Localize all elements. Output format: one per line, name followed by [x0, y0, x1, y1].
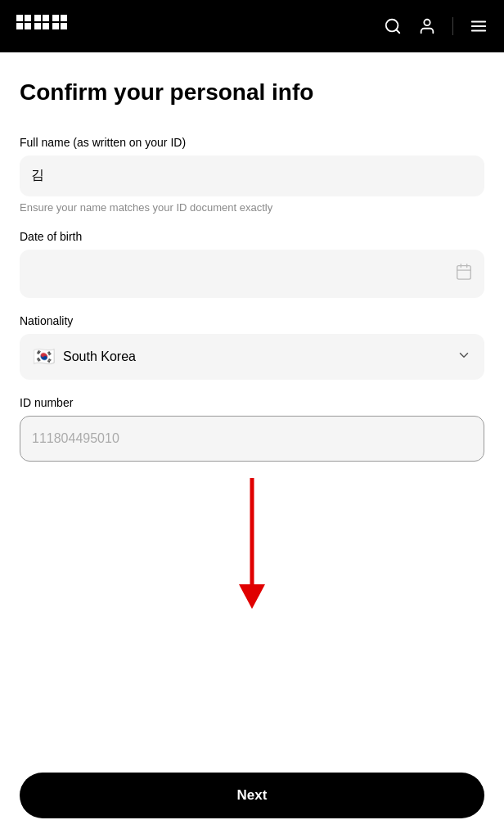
navbar — [0, 0, 504, 52]
nationality-group: Nationality 🇰🇷 South Korea — [20, 314, 484, 380]
next-button[interactable]: Next — [20, 773, 484, 818]
svg-rect-10 — [61, 15, 67, 21]
menu-icon[interactable] — [470, 17, 488, 35]
nationality-dropdown[interactable]: 🇰🇷 South Korea — [20, 334, 484, 380]
search-icon[interactable] — [384, 17, 402, 35]
id-number-group: ID number — [20, 396, 484, 462]
okx-logo-svg — [16, 15, 75, 38]
id-number-input[interactable] — [20, 416, 484, 462]
svg-rect-9 — [61, 23, 67, 29]
svg-rect-8 — [52, 15, 59, 21]
id-number-label: ID number — [20, 396, 484, 409]
full-name-label: Full name (as written on your ID) — [20, 136, 484, 149]
svg-rect-3 — [25, 23, 31, 29]
nationality-left: 🇰🇷 South Korea — [33, 348, 136, 366]
svg-point-14 — [424, 20, 430, 25]
dob-label: Date of birth — [20, 230, 484, 243]
svg-rect-7 — [43, 23, 49, 29]
calendar-icon — [455, 263, 473, 285]
okx-logo[interactable] — [16, 15, 75, 38]
full-name-hint: Ensure your name matches your ID documen… — [20, 201, 484, 214]
south-korea-flag: 🇰🇷 — [33, 348, 55, 366]
svg-rect-4 — [34, 15, 41, 21]
svg-line-13 — [396, 29, 399, 33]
country-name: South Korea — [63, 349, 136, 364]
svg-rect-5 — [43, 15, 49, 21]
arrow-annotation — [20, 478, 484, 609]
profile-icon[interactable] — [418, 17, 436, 35]
full-name-group: Full name (as written on your ID) Ensure… — [20, 136, 484, 214]
page-title: Confirm your personal info — [20, 79, 484, 106]
svg-marker-23 — [239, 584, 265, 609]
full-name-input[interactable] — [20, 155, 484, 196]
nav-divider — [452, 17, 453, 35]
chevron-down-icon — [457, 348, 471, 366]
dob-group: Date of birth — [20, 230, 484, 298]
svg-rect-6 — [34, 23, 41, 29]
svg-rect-0 — [16, 15, 23, 21]
dob-field[interactable] — [20, 250, 484, 298]
main-content: Confirm your personal info Full name (as… — [0, 52, 504, 707]
svg-rect-18 — [457, 265, 471, 279]
navbar-icons — [384, 17, 488, 35]
nationality-label: Nationality — [20, 314, 484, 327]
red-arrow-svg — [236, 478, 268, 609]
svg-rect-2 — [16, 23, 23, 29]
svg-rect-11 — [52, 23, 59, 29]
bottom-bar: Next — [0, 759, 504, 838]
svg-rect-1 — [25, 15, 31, 21]
